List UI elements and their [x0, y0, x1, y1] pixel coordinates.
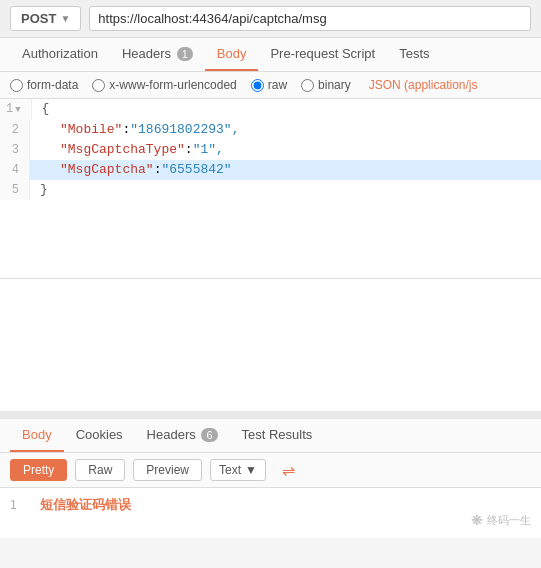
- line-number-4: 4: [0, 160, 30, 180]
- response-body-area: 1 短信验证码错误 ❋ 终码一生: [0, 488, 541, 538]
- text-dropdown-label: Text: [219, 463, 241, 477]
- line-content-1: {: [32, 99, 541, 120]
- resp-headers-badge: 6: [201, 428, 217, 442]
- format-raw[interactable]: raw: [251, 78, 287, 92]
- url-bar: POST ▼: [0, 0, 541, 38]
- resp-tab-test-results[interactable]: Test Results: [230, 419, 325, 452]
- tab-authorization[interactable]: Authorization: [10, 38, 110, 71]
- resp-btn-pretty[interactable]: Pretty: [10, 459, 67, 481]
- code-editor[interactable]: 1▼{2"Mobile":"18691802293",3"MsgCaptchaT…: [0, 99, 541, 279]
- response-line-1: 1 短信验证码错误: [0, 488, 541, 522]
- headers-badge: 1: [177, 47, 193, 61]
- code-line-3[interactable]: 3"MsgCaptchaType":"1",: [0, 140, 541, 160]
- tab-pre-request[interactable]: Pre-request Script: [258, 38, 387, 71]
- line-content-3: "MsgCaptchaType":"1",: [30, 140, 541, 160]
- json-type-label: JSON (application/js: [369, 78, 478, 92]
- format-urlencoded[interactable]: x-www-form-urlencoded: [92, 78, 236, 92]
- format-form-data[interactable]: form-data: [10, 78, 78, 92]
- resp-btn-raw[interactable]: Raw: [75, 459, 125, 481]
- resp-tab-cookies[interactable]: Cookies: [64, 419, 135, 452]
- response-section: Body Cookies Headers 6 Test Results Pret…: [0, 419, 541, 538]
- response-tabs: Body Cookies Headers 6 Test Results: [0, 419, 541, 453]
- text-type-dropdown[interactable]: Text ▼: [210, 459, 266, 481]
- resp-line-number: 1: [10, 498, 30, 512]
- editor-empty-space: [0, 279, 541, 419]
- line-content-4: "MsgCaptcha":"6555842": [30, 160, 541, 180]
- method-label: POST: [21, 11, 56, 26]
- tab-body[interactable]: Body: [205, 38, 259, 71]
- code-line-1[interactable]: 1▼{: [0, 99, 541, 120]
- tab-tests[interactable]: Tests: [387, 38, 441, 71]
- watermark-icon: ❋: [471, 512, 483, 528]
- line-number-3: 3: [0, 140, 30, 160]
- resp-tab-headers[interactable]: Headers 6: [135, 419, 230, 452]
- format-binary[interactable]: binary: [301, 78, 351, 92]
- text-dropdown-arrow: ▼: [245, 463, 257, 477]
- method-selector[interactable]: POST ▼: [10, 6, 81, 31]
- code-line-2[interactable]: 2"Mobile":"18691802293",: [0, 120, 541, 140]
- watermark-text: 终码一生: [487, 513, 531, 528]
- body-format-bar: form-data x-www-form-urlencoded raw bina…: [0, 72, 541, 99]
- code-line-4[interactable]: 4"MsgCaptcha":"6555842": [0, 160, 541, 180]
- watermark: ❋ 终码一生: [471, 512, 531, 528]
- line-number-2: 2: [0, 120, 30, 140]
- code-line-5[interactable]: 5}: [0, 180, 541, 200]
- request-tabs: Authorization Headers 1 Body Pre-request…: [0, 38, 541, 72]
- url-input[interactable]: [89, 6, 531, 31]
- resp-tab-body[interactable]: Body: [10, 419, 64, 452]
- method-arrow: ▼: [60, 13, 70, 24]
- resp-btn-preview[interactable]: Preview: [133, 459, 202, 481]
- line-number-5: 5: [0, 180, 30, 200]
- line-number-1: 1▼: [0, 99, 32, 120]
- tab-headers[interactable]: Headers 1: [110, 38, 205, 71]
- wrap-icon[interactable]: ⇌: [282, 461, 295, 480]
- line-content-5: }: [30, 180, 541, 200]
- resp-line-text: 短信验证码错误: [40, 496, 131, 514]
- line-content-2: "Mobile":"18691802293",: [30, 120, 541, 140]
- response-format-bar: Pretty Raw Preview Text ▼ ⇌: [0, 453, 541, 488]
